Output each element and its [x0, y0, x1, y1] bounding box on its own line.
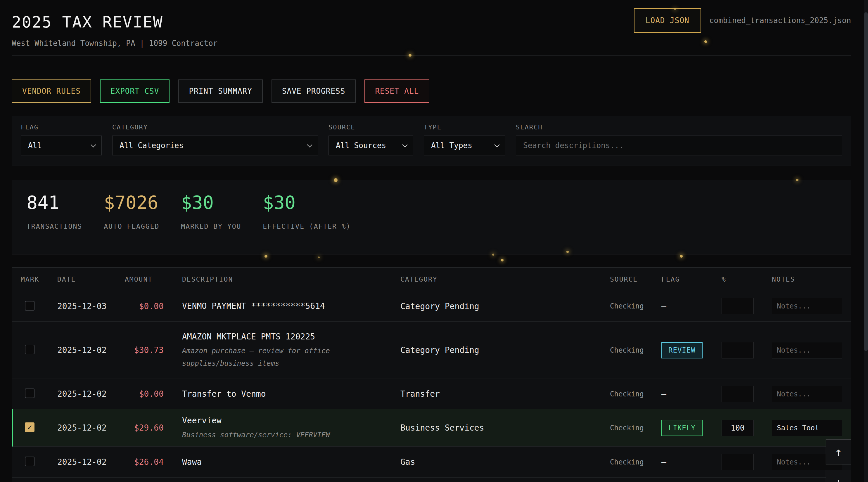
arrow-down-icon: ↓ [835, 475, 842, 482]
table-row-selected: 2025-12-02 $29.60 Veerview Business soft… [12, 409, 851, 447]
stat-value: $30 [181, 193, 241, 213]
amount-cell: $26.04 [125, 457, 173, 467]
stat-transactions: 841 TRANSACTIONS [27, 193, 82, 241]
scrollbar-thumb[interactable] [864, 12, 868, 351]
table-row: 2025-12-02 $30.73 AMAZON MKTPLACE PMTS 1… [12, 322, 851, 379]
stat-label: MARKED BY YOU [181, 223, 241, 230]
col-description: DESCRIPTION [173, 276, 336, 283]
stat-label: TRANSACTIONS [27, 223, 82, 230]
mark-checkbox[interactable] [25, 457, 34, 466]
amount-cell: $0.00 [125, 301, 173, 311]
header: 2025 TAX REVIEW West Whiteland Township,… [12, 0, 851, 56]
loaded-filename: combined_transactions_2025.json [709, 16, 851, 25]
stat-label: EFFECTIVE (AFTER %) [263, 223, 351, 230]
col-flag: FLAG [661, 276, 721, 283]
filter-panel: FLAG All CATEGORY All Categories SOURCE … [12, 116, 851, 166]
date-cell: 2025-12-02 [57, 345, 125, 355]
percent-input[interactable] [721, 298, 754, 314]
percent-input[interactable] [721, 342, 754, 358]
col-mark: MARK [21, 276, 57, 283]
stat-marked-by-you: $30 MARKED BY YOU [181, 193, 241, 241]
vendor-rules-button[interactable]: VENDOR RULES [12, 79, 91, 103]
source-cell: Checking [610, 390, 661, 398]
percent-input[interactable] [721, 386, 754, 402]
table-row: 2025-12-02 $0.00 Transfer to Venmo Trans… [12, 379, 851, 409]
description-note: Business software/service: VEERVIEW [182, 429, 334, 441]
scroll-to-bottom-button[interactable]: ↓ [826, 470, 851, 482]
amount-cell: $0.00 [125, 389, 173, 399]
chevron-down-icon: All Categories [112, 135, 318, 155]
review-flag-badge: REVIEW [661, 342, 703, 358]
toolbar: VENDOR RULES EXPORT CSV PRINT SUMMARY SA… [12, 79, 851, 103]
type-filter-label: TYPE [424, 124, 505, 131]
category-cell: Gas [400, 457, 610, 467]
transactions-table: MARK DATE AMOUNT DESCRIPTION CATEGORY SO… [12, 267, 851, 482]
stats-panel: 841 TRANSACTIONS $7026 AUTO-FLAGGED $30 … [12, 180, 851, 254]
notes-input[interactable] [772, 298, 842, 314]
source-cell: Checking [610, 424, 661, 432]
table-row: 2025-12-03 $0.00 VENMO PAYMENT *********… [12, 291, 851, 322]
category-filter-label: CATEGORY [112, 124, 318, 131]
source-filter-label: SOURCE [329, 124, 413, 131]
percent-input[interactable] [721, 420, 754, 436]
table-row [12, 478, 851, 482]
category-cell: Category Pending [400, 345, 610, 355]
print-summary-button[interactable]: PRINT SUMMARY [178, 79, 263, 103]
date-cell: 2025-12-02 [57, 457, 125, 467]
description-cell: Transfer to Venmo [182, 389, 266, 399]
date-cell: 2025-12-02 [57, 423, 125, 432]
save-progress-button[interactable]: SAVE PROGRESS [272, 79, 356, 103]
source-select[interactable]: All Sources [329, 135, 413, 155]
scrollbar [864, 0, 868, 482]
mark-checkbox[interactable] [25, 422, 34, 432]
arrow-up-icon: ↑ [835, 445, 842, 459]
mark-checkbox[interactable] [25, 345, 34, 354]
page-subtitle: West Whiteland Township, PA | 1099 Contr… [12, 39, 217, 47]
flag-cell: – [661, 457, 721, 467]
date-cell: 2025-12-02 [57, 389, 125, 399]
col-date: DATE [57, 276, 125, 283]
description-cell: AMAZON MKTPLACE PMTS 120225 [182, 332, 315, 342]
date-cell: 2025-12-03 [57, 301, 125, 311]
notes-input[interactable] [772, 342, 842, 358]
category-cell: Category Pending [400, 301, 610, 311]
load-json-button[interactable]: LOAD JSON [634, 8, 701, 33]
search-input[interactable] [516, 135, 842, 155]
stat-label: AUTO-FLAGGED [104, 223, 159, 230]
category-select[interactable]: All Categories [112, 135, 318, 155]
stat-auto-flagged: $7026 AUTO-FLAGGED [104, 193, 159, 241]
page-title: 2025 TAX REVIEW [12, 13, 217, 31]
amount-cell: $30.73 [125, 345, 173, 355]
source-cell: Checking [610, 346, 661, 354]
description-cell: VENMO PAYMENT ***********5614 [182, 301, 325, 311]
chevron-down-icon: All [21, 135, 102, 155]
description-note: Amazon purchase – review for office supp… [182, 345, 334, 370]
col-notes: NOTES [772, 276, 851, 283]
flag-cell: – [661, 301, 721, 311]
table-row: 2025-12-02 $26.04 Wawa Gas Checking – [12, 447, 851, 478]
source-cell: Checking [610, 458, 661, 466]
notes-input[interactable] [772, 420, 842, 436]
reset-all-button[interactable]: RESET ALL [365, 79, 429, 103]
amount-cell: $29.60 [125, 423, 173, 432]
category-cell: Business Services [400, 423, 610, 432]
flag-cell: – [661, 389, 721, 399]
likely-flag-badge: LIKELY [661, 420, 703, 436]
scroll-to-top-button[interactable]: ↑ [826, 439, 851, 464]
stat-effective: $30 EFFECTIVE (AFTER %) [263, 193, 351, 241]
mark-checkbox[interactable] [25, 301, 34, 311]
notes-input[interactable] [772, 386, 842, 402]
col-amount: AMOUNT [125, 276, 173, 283]
col-source: SOURCE [610, 276, 661, 283]
col-category: CATEGORY [400, 276, 610, 283]
stat-value: 841 [27, 193, 82, 213]
percent-input[interactable] [721, 454, 754, 470]
mark-checkbox[interactable] [25, 388, 34, 398]
type-select[interactable]: All Types [424, 135, 505, 155]
export-csv-button[interactable]: EXPORT CSV [100, 79, 170, 103]
stat-value: $7026 [104, 193, 159, 213]
description-cell: Veerview [182, 416, 221, 425]
flag-select[interactable]: All [21, 135, 102, 155]
stat-value: $30 [263, 193, 351, 213]
table-header: MARK DATE AMOUNT DESCRIPTION CATEGORY SO… [12, 267, 851, 291]
